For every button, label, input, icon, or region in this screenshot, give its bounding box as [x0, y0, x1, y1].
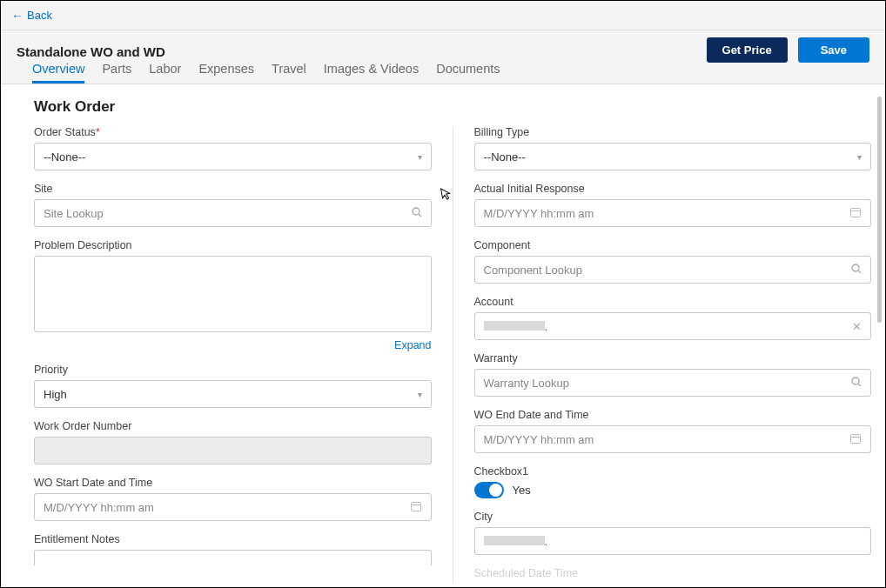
scrollbar[interactable] [877, 97, 882, 323]
work-order-number-field: Work Order Number [34, 420, 432, 464]
order-status-select[interactable]: --None-- ▾ [34, 143, 432, 170]
chevron-down-icon: ▾ [418, 152, 422, 162]
city-value [484, 535, 548, 548]
section-title: Work Order [1, 84, 885, 126]
svg-point-0 [413, 208, 420, 215]
tab-travel[interactable]: Travel [272, 62, 306, 84]
billing-type-label: Billing Type [474, 126, 872, 138]
city-label: City [474, 511, 872, 523]
order-status-label: Order Status* [34, 126, 432, 138]
top-bar: ← Back [1, 1, 885, 30]
checkbox1-toggle[interactable] [474, 482, 504, 498]
calendar-icon [849, 206, 862, 221]
account-label: Account [474, 296, 872, 308]
scheduled-date-time-field: Scheduled Date Time [474, 567, 872, 579]
priority-field: Priority High ▾ [34, 364, 432, 408]
back-arrow-icon: ← [11, 9, 23, 23]
billing-type-select[interactable]: --None-- ▾ [474, 143, 872, 170]
warranty-lookup[interactable]: Warranty Lookup [474, 369, 872, 397]
entitlement-notes-label: Entitlement Notes [34, 533, 432, 545]
content-area: Work Order Order Status* --None-- ▾ Site… [1, 84, 885, 588]
svg-point-6 [852, 264, 859, 271]
billing-type-field: Billing Type --None-- ▾ [474, 126, 872, 170]
chevron-down-icon: ▾ [857, 152, 862, 162]
account-lookup[interactable]: ✕ [474, 312, 872, 340]
site-field: Site Site Lookup [34, 183, 432, 227]
svg-point-8 [852, 378, 859, 384]
actual-initial-response-input[interactable]: M/D/YYYY hh:mm am [474, 199, 872, 227]
svg-line-7 [858, 271, 861, 273]
site-label: Site [34, 183, 432, 195]
wo-start-field: WO Start Date and Time M/D/YYYY hh:mm am [34, 477, 432, 521]
search-icon [851, 264, 862, 277]
wo-end-input[interactable]: M/D/YYYY hh:mm am [474, 425, 872, 453]
tab-images-videos[interactable]: Images & Videos [324, 62, 419, 84]
svg-rect-10 [851, 434, 861, 443]
calendar-icon [410, 500, 422, 515]
priority-label: Priority [34, 364, 432, 376]
right-column: Billing Type --None-- ▾ Actual Initial R… [453, 126, 872, 584]
back-link[interactable]: ← Back [11, 9, 52, 23]
wo-end-field: WO End Date and Time M/D/YYYY hh:mm am [474, 409, 872, 453]
svg-line-1 [419, 214, 421, 217]
tab-overview[interactable]: Overview [32, 62, 84, 84]
city-input[interactable] [474, 527, 872, 555]
city-field: City [474, 511, 872, 555]
scheduled-date-time-label: Scheduled Date Time [474, 567, 872, 579]
back-label: Back [27, 9, 52, 22]
checkbox1-label: Checkbox1 [474, 465, 872, 478]
svg-rect-2 [411, 502, 420, 511]
priority-select[interactable]: High ▾ [34, 380, 432, 408]
clear-icon[interactable]: ✕ [852, 320, 862, 333]
search-icon [851, 377, 862, 390]
save-button[interactable]: Save [798, 37, 869, 63]
account-field: Account ✕ [474, 296, 872, 340]
component-label: Component [474, 239, 872, 251]
problem-description-label: Problem Description [34, 239, 432, 251]
tab-labor[interactable]: Labor [149, 62, 181, 84]
tab-parts[interactable]: Parts [102, 62, 131, 84]
actual-initial-response-label: Actual Initial Response [474, 183, 872, 195]
order-status-field: Order Status* --None-- ▾ [34, 126, 432, 170]
calendar-icon [849, 432, 862, 447]
tab-documents[interactable]: Documents [436, 62, 500, 84]
account-value [484, 320, 548, 333]
work-order-number-input [34, 437, 432, 464]
get-price-button[interactable]: Get Price [707, 37, 788, 63]
svg-line-9 [858, 384, 861, 386]
actual-initial-response-field: Actual Initial Response M/D/YYYY hh:mm a… [474, 183, 872, 227]
problem-description-field: Problem Description Expand [34, 239, 432, 351]
wo-start-input[interactable]: M/D/YYYY hh:mm am [34, 493, 432, 521]
component-lookup[interactable]: Component Lookup [474, 256, 872, 284]
header-actions: Get Price Save [707, 37, 869, 63]
wo-start-label: WO Start Date and Time [34, 477, 432, 489]
warranty-field: Warranty Warranty Lookup [474, 352, 872, 397]
warranty-label: Warranty [474, 352, 872, 364]
problem-description-textarea[interactable] [34, 256, 432, 332]
checkbox1-field: Checkbox1 Yes [474, 465, 872, 498]
search-icon [412, 207, 422, 220]
left-column: Order Status* --None-- ▾ Site Site Looku… [34, 126, 453, 584]
svg-rect-4 [851, 208, 861, 217]
wo-end-label: WO End Date and Time [474, 409, 872, 421]
work-order-number-label: Work Order Number [34, 420, 432, 432]
entitlement-notes-input[interactable] [34, 550, 432, 565]
component-field: Component Component Lookup [474, 239, 872, 284]
page-header: Standalone WO and WD Get Price Save Over… [1, 30, 885, 84]
expand-link[interactable]: Expand [34, 339, 432, 351]
tabs: Overview Parts Labor Expenses Travel Ima… [32, 62, 500, 84]
chevron-down-icon: ▾ [418, 390, 422, 399]
site-lookup[interactable]: Site Lookup [34, 199, 432, 227]
tab-expenses[interactable]: Expenses [198, 62, 254, 84]
entitlement-notes-field: Entitlement Notes [34, 533, 432, 565]
checkbox1-value: Yes [513, 484, 531, 497]
